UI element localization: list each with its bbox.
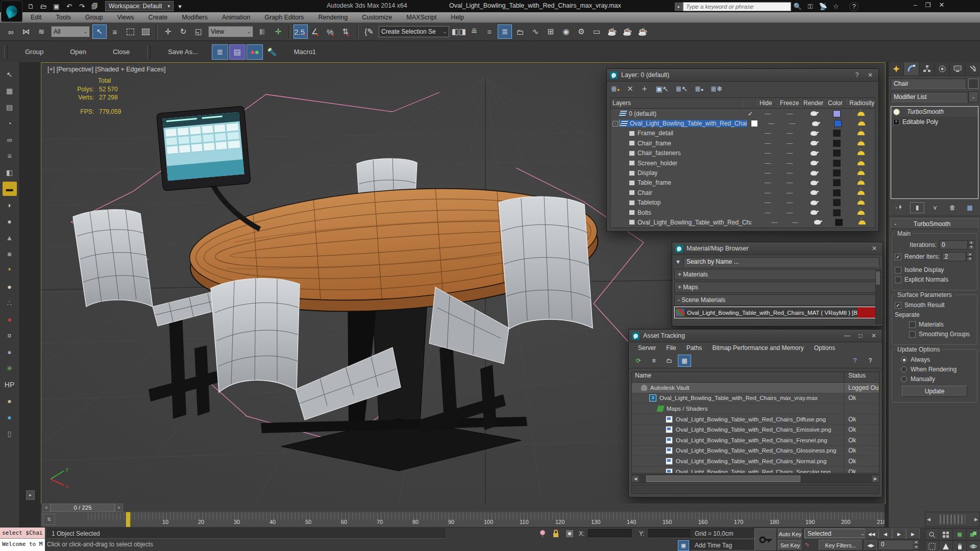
render-toggle[interactable]	[801, 111, 826, 116]
hide-toggle[interactable]: —	[765, 219, 783, 226]
asset-menu-item[interactable]: Paths	[681, 343, 707, 353]
layer-list-header[interactable]: Layers Hide Freeze Render Color Radiosit…	[610, 98, 875, 109]
asset-menu-item[interactable]: File	[661, 343, 681, 353]
set-keys-button[interactable]	[754, 529, 777, 551]
menu-item[interactable]: Modifiers	[175, 13, 215, 22]
left-tool-icon[interactable]: ▤	[3, 100, 17, 114]
radiosity-toggle[interactable]	[847, 131, 875, 135]
freeze-toggle[interactable]: —	[778, 110, 801, 117]
freeze-toggle[interactable]: —	[778, 160, 801, 167]
asset-menu-item[interactable]: Options	[809, 343, 840, 353]
left-tool-icon[interactable]: ■	[3, 247, 17, 261]
layer-help-button[interactable]: ?	[852, 71, 862, 79]
menu-item[interactable]: MAXScript	[399, 13, 444, 22]
zoom-extents-icon[interactable]	[952, 529, 967, 540]
scrollbar-thumb[interactable]	[646, 475, 800, 482]
render-iters-spinner[interactable]: ▲▼	[967, 252, 973, 261]
favorites-icon[interactable]: ☆	[830, 2, 841, 11]
iterations-field[interactable]: 0	[939, 240, 968, 249]
asset-row[interactable]: 3 Oval_Light_Bowling_Table_with_Red_Chai…	[632, 414, 879, 425]
schematic-view-icon[interactable]: ⊞	[544, 24, 558, 39]
key-selection-dropdown[interactable]: Selected⌄	[804, 529, 868, 538]
smooth-result-checkbox[interactable]	[895, 302, 901, 309]
left-tool-icon[interactable]: ↖	[3, 67, 17, 82]
pan-right-icon[interactable]: ▶	[974, 517, 978, 522]
update-button[interactable]: Update	[902, 386, 967, 397]
spinner-snap-icon[interactable]: ⇅●	[339, 24, 354, 39]
modifier-stack-item[interactable]: TurboSmooth	[891, 107, 978, 117]
time-slider[interactable]: 0 / 225	[51, 504, 115, 512]
render-iterative-icon[interactable]: ☕	[620, 24, 634, 39]
render-toggle[interactable]	[801, 151, 826, 156]
named-selection-sets-dropdown[interactable]: Create Selection Se⌄	[379, 26, 449, 37]
selection-lock-icon[interactable]	[552, 530, 559, 539]
asset-horizontal-scrollbar[interactable]: ◀ ▶	[631, 474, 879, 483]
search-expand-icon[interactable]: ▸	[675, 3, 683, 11]
render-toggle[interactable]	[801, 201, 826, 205]
isolate-selection-icon[interactable]	[539, 530, 546, 539]
absolute-mode-icon[interactable]	[566, 530, 574, 539]
key-mode-toggle[interactable]: ◀▶	[865, 540, 877, 550]
material-scrollbar[interactable]	[875, 270, 881, 324]
select-and-move-icon[interactable]: ✛	[161, 24, 175, 39]
previous-frame-button[interactable]: ◀	[878, 529, 892, 539]
layer-color-swatch[interactable]	[826, 209, 847, 216]
iterations-spinner[interactable]: ▲▼	[968, 240, 974, 249]
asset-row[interactable]: 3 Autodesk Vault Logged Ou	[632, 383, 879, 393]
left-tool-icon[interactable]: HP	[3, 378, 17, 392]
render-production-icon[interactable]: ☕	[605, 24, 619, 39]
freeze-toggle[interactable]: —	[778, 149, 801, 157]
tab-modify[interactable]	[904, 62, 919, 76]
next-frame-button[interactable]: ▶	[906, 529, 920, 539]
make-unique-icon[interactable]: ⋎	[928, 203, 942, 213]
menu-item[interactable]: Create	[141, 13, 175, 22]
asset-row[interactable]: 3 Maps / Shaders	[632, 404, 879, 414]
left-tool-icon[interactable]: ▯	[3, 427, 17, 441]
browser-options-icon[interactable]: ▼	[675, 259, 681, 265]
workspace-selector[interactable]: Workspace: Default ▾	[105, 1, 174, 11]
angle-snap-icon[interactable]: ∠●	[309, 24, 323, 39]
context-help-icon[interactable]: ?	[864, 355, 877, 367]
layer-close-button[interactable]: ✕	[865, 71, 875, 79]
tab-create[interactable]	[889, 62, 904, 76]
add-time-tag[interactable]: Add Time Tag	[690, 540, 758, 550]
layer-color-swatch[interactable]	[826, 199, 847, 206]
turbosmooth-rollout-header[interactable]: -TurboSmooth	[891, 218, 978, 229]
chevron-down-icon[interactable]: ⌄	[968, 91, 978, 103]
layer-color-swatch[interactable]	[829, 219, 849, 226]
new-file-icon[interactable]: 🗋	[26, 2, 36, 11]
layer-row[interactable]: - Oval_Light_Bowling_Table_with_Red_Chai…	[610, 118, 875, 128]
when-rendering-radio[interactable]	[901, 366, 907, 372]
search-icon[interactable]: 🔍	[792, 2, 803, 11]
modifier-enabled-icon[interactable]	[893, 109, 900, 115]
maxscript-listener-line2[interactable]: Welcome to M	[0, 539, 45, 551]
menu-item[interactable]: Edit	[23, 13, 49, 22]
asset-close-button[interactable]: ✕	[869, 332, 879, 339]
freeze-toggle[interactable]: —	[778, 140, 801, 147]
asset-row[interactable]: 3 Oval_Light_Bowling_Table_with_Red_Chai…	[632, 393, 879, 404]
set-key-button[interactable]: Set Key	[778, 540, 802, 550]
layer-row[interactable]: - Chair — —	[610, 188, 875, 197]
layer-row[interactable]: - Chair_fasteners — —	[610, 148, 875, 158]
left-tool-icon[interactable]: ●	[3, 394, 17, 408]
menu-item[interactable]: Customize	[355, 13, 399, 22]
asset-row[interactable]: 3 Oval_Light_Bowling_Table_with_Red_Chai…	[632, 424, 879, 435]
render-toggle[interactable]	[801, 161, 826, 165]
key-filters-button[interactable]: Key Filters...	[819, 540, 863, 550]
layer-row[interactable]: - Display — —	[610, 168, 875, 178]
left-tool-icon[interactable]: ●	[3, 345, 17, 359]
play-button[interactable]: ▶	[892, 529, 906, 539]
freeze-toggle[interactable]: —	[778, 179, 801, 186]
open-file-icon[interactable]: 🗁	[38, 2, 49, 11]
time-tag-icon[interactable]: ▣	[678, 540, 689, 551]
expand-icon[interactable]: +	[893, 119, 899, 125]
hide-toggle[interactable]: —	[762, 120, 781, 127]
default-in-out-tangent-icon[interactable]: ∿	[804, 541, 810, 548]
select-and-manipulate-icon[interactable]: ✛	[271, 24, 285, 39]
search-input[interactable]: Type a keyword or phrase	[683, 2, 791, 11]
ribbon-group-button[interactable]: Group	[12, 45, 57, 59]
object-name-field[interactable]: Chair	[891, 79, 966, 89]
explicit-normals-checkbox[interactable]	[895, 277, 901, 283]
asset-row[interactable]: 3 Oval_Light_Bowling_Table_with_Red_Chai…	[632, 435, 879, 446]
left-tool-icon[interactable]: ◔	[3, 116, 17, 131]
